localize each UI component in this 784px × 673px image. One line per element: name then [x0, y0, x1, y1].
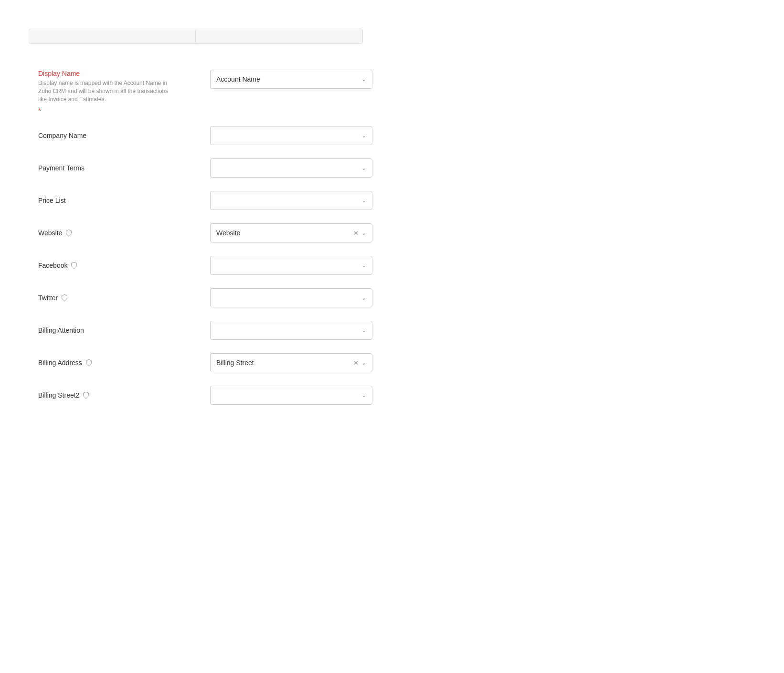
chevron-down-icon-company_name: ⌄ — [361, 132, 366, 139]
shield-icon-billing_address — [85, 359, 93, 367]
accounts-column-header — [196, 29, 362, 43]
label-text-billing_address: Billing Address — [38, 359, 82, 367]
label-text-payment_terms: Payment Terms — [38, 164, 85, 172]
select-container-billing_address: Billing Street ✕ ⌄ — [210, 353, 372, 372]
clear-icon-billing_address[interactable]: ✕ — [352, 358, 360, 368]
label-text-twitter: Twitter — [38, 294, 58, 302]
select-price_list[interactable]: ⌄ — [210, 191, 372, 210]
label-container-price_list: Price List — [38, 197, 201, 204]
select-actions-payment_terms: ⌄ — [361, 165, 366, 171]
label-container-billing_attention: Billing Attention — [38, 326, 201, 334]
field-row-twitter: Twitter ⌄ — [29, 282, 755, 314]
shield-icon-facebook — [70, 262, 78, 269]
field-label-price_list: Price List — [38, 197, 201, 204]
display-name-value: Account Name — [216, 75, 361, 83]
shield-icon-website — [65, 229, 73, 237]
label-text-billing_attention: Billing Attention — [38, 326, 84, 334]
label-text-price_list: Price List — [38, 197, 66, 204]
label-container-website: Website — [38, 229, 201, 237]
chevron-down-icon-billing_attention: ⌄ — [361, 327, 366, 334]
field-row-payment_terms: Payment Terms ⌄ — [29, 152, 755, 184]
select-actions-billing_street2: ⌄ — [361, 392, 366, 399]
chevron-down-icon-billing_address: ⌄ — [361, 359, 366, 366]
field-row-billing_attention: Billing Attention ⌄ — [29, 314, 755, 347]
select-actions-billing_address: ✕ ⌄ — [352, 358, 366, 368]
select-container-billing_street2: ⌄ — [210, 386, 372, 405]
chevron-down-icon-facebook: ⌄ — [361, 262, 366, 269]
label-container-billing_address: Billing Address — [38, 359, 201, 367]
select-actions-price_list: ⌄ — [361, 197, 366, 204]
label-text-billing_street2: Billing Street2 — [38, 391, 79, 399]
label-container-billing_street2: Billing Street2 — [38, 391, 201, 399]
select-container-billing_attention: ⌄ — [210, 321, 372, 340]
mapping-table — [29, 29, 363, 44]
label-text-website: Website — [38, 229, 62, 237]
chevron-down-icon-twitter: ⌄ — [361, 294, 366, 301]
label-container-twitter: Twitter — [38, 294, 201, 302]
chevron-down-icon-website: ⌄ — [361, 230, 366, 236]
page-container: Display Name Display name is mapped with… — [0, 0, 784, 435]
select-billing_attention[interactable]: ⌄ — [210, 321, 372, 340]
field-label-website: Website — [38, 229, 201, 237]
select-payment_terms[interactable]: ⌄ — [210, 158, 372, 178]
display-name-label-container: Display Name Display name is mapped with… — [38, 70, 201, 116]
field-label-billing_address: Billing Address — [38, 359, 201, 367]
select-value-billing_address: Billing Street — [216, 359, 352, 367]
field-label-company_name: Company Name — [38, 132, 201, 139]
label-text-facebook: Facebook — [38, 262, 67, 269]
field-rows: Display Name Display name is mapped with… — [29, 58, 755, 416]
field-label-billing_street2: Billing Street2 — [38, 391, 201, 399]
select-facebook[interactable]: ⌄ — [210, 256, 372, 275]
select-billing_address[interactable]: Billing Street ✕ ⌄ — [210, 353, 372, 372]
field-row-billing_address: Billing Address Billing Street ✕ ⌄ — [29, 347, 755, 379]
field-label-twitter: Twitter — [38, 294, 201, 302]
chevron-down-icon-price_list: ⌄ — [361, 197, 366, 204]
contacts-column-header — [29, 29, 196, 43]
display-name-select-actions: ⌄ — [361, 76, 366, 83]
display-name-select-container: Account Name ⌄ — [210, 70, 372, 89]
field-row-price_list: Price List ⌄ — [29, 184, 755, 217]
select-billing_street2[interactable]: ⌄ — [210, 386, 372, 405]
field-row-display_name: Display Name Display name is mapped with… — [29, 63, 755, 119]
mapping-table-header — [29, 29, 362, 43]
chevron-down-icon-billing_street2: ⌄ — [361, 392, 366, 399]
label-container-company_name: Company Name — [38, 132, 201, 139]
select-container-website: Website ✕ ⌄ — [210, 223, 372, 242]
field-row-website: Website Website ✕ ⌄ — [29, 217, 755, 249]
select-container-price_list: ⌄ — [210, 191, 372, 210]
label-container-payment_terms: Payment Terms — [38, 164, 201, 172]
select-actions-twitter: ⌄ — [361, 294, 366, 301]
select-company_name[interactable]: ⌄ — [210, 126, 372, 145]
display-name-select[interactable]: Account Name ⌄ — [210, 70, 372, 89]
display-name-description: Display name is mapped with the Account … — [38, 79, 172, 103]
chevron-down-icon-payment_terms: ⌄ — [361, 165, 366, 171]
label-container-facebook: Facebook — [38, 262, 201, 269]
field-row-facebook: Facebook ⌄ — [29, 249, 755, 282]
select-value-website: Website — [216, 229, 352, 237]
field-label-facebook: Facebook — [38, 262, 201, 269]
clear-icon-website[interactable]: ✕ — [352, 229, 360, 238]
field-row-company_name: Company Name ⌄ — [29, 119, 755, 152]
field-label-payment_terms: Payment Terms — [38, 164, 201, 172]
shield-icon-twitter — [61, 294, 68, 302]
select-website[interactable]: Website ✕ ⌄ — [210, 223, 372, 242]
select-actions-billing_attention: ⌄ — [361, 327, 366, 334]
select-actions-company_name: ⌄ — [361, 132, 366, 139]
select-actions-website: ✕ ⌄ — [352, 229, 366, 238]
field-row-billing_street2: Billing Street2 ⌄ — [29, 379, 755, 411]
shield-icon-billing_street2 — [82, 391, 90, 399]
select-twitter[interactable]: ⌄ — [210, 288, 372, 307]
field-label-billing_attention: Billing Attention — [38, 326, 201, 334]
chevron-down-icon: ⌄ — [361, 76, 366, 83]
select-container-company_name: ⌄ — [210, 126, 372, 145]
select-actions-facebook: ⌄ — [361, 262, 366, 269]
label-text-company_name: Company Name — [38, 132, 86, 139]
select-container-facebook: ⌄ — [210, 256, 372, 275]
select-container-twitter: ⌄ — [210, 288, 372, 307]
required-star: * — [38, 107, 201, 116]
display-name-label: Display Name — [38, 70, 201, 77]
select-container-payment_terms: ⌄ — [210, 158, 372, 178]
